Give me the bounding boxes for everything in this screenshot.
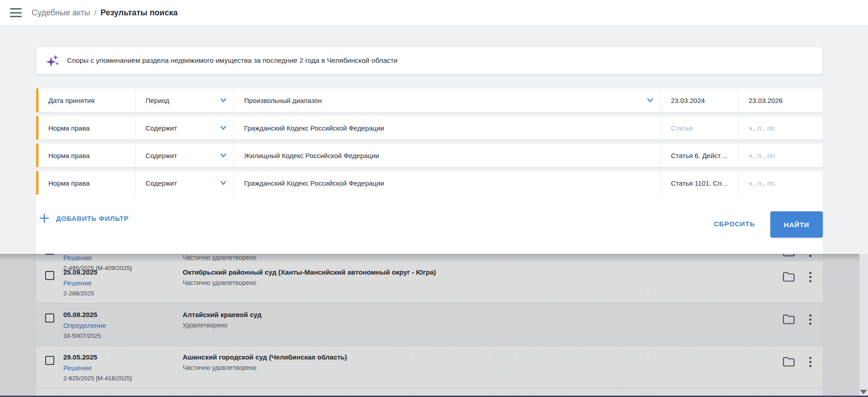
filter-value-input[interactable]: Гражданский Кодекс Российской Федерации [234, 171, 661, 195]
result-row[interactable]: 29.05.2025 Решение 2-625/2025 [М-418/202… [36, 346, 823, 388]
filter-value-input[interactable]: Гражданский Кодекс Российской Федерации [234, 116, 661, 140]
result-row[interactable]: Решение 2-495/2025 [М-409/2025] Частично… [36, 254, 823, 261]
act-type-link[interactable]: Решение [63, 279, 92, 287]
breadcrumb-section-link[interactable]: Судебные акты [32, 8, 90, 18]
breadcrumb-separator: / [94, 8, 96, 18]
result-checkbox[interactable] [45, 313, 54, 322]
search-results-section: Решение 2-495/2025 [М-409/2025] Частично… [0, 254, 868, 397]
reset-button[interactable]: СБРОСИТЬ [709, 213, 760, 235]
filter-row-norm: Норма права Содержит Гражданский Кодекс … [36, 171, 823, 195]
court-name: Алтайский краевой суд [183, 311, 262, 318]
case-number: 2-288/2025 [63, 290, 94, 297]
app-bar: Судебные акты / Результаты поиска [0, 0, 868, 25]
result-checkbox[interactable] [45, 271, 54, 280]
ai-query-text: Споры с упоминанием раздела недвижимого … [67, 56, 398, 65]
folder-icon[interactable] [782, 356, 795, 368]
court-name: Октябрьский районный суд (Ханты-Мансийск… [183, 268, 436, 276]
kebab-menu-icon[interactable] [806, 254, 815, 257]
filter-field-label: Норма права [38, 144, 136, 167]
filter-field-label: Норма права [38, 171, 136, 195]
court-name: Ашинский городской суд (Челябинская обла… [183, 353, 347, 361]
filter-field-label: Дата принятия [38, 89, 136, 112]
clause-input[interactable]: ч., п., пп. [739, 116, 823, 140]
article-input[interactable]: Статья 6. Дейст… [661, 144, 739, 167]
outcome-text: Частично удовлетворено [183, 254, 256, 261]
filter-value-select[interactable]: Произвольный диапазон [234, 89, 661, 112]
result-checkbox[interactable] [45, 356, 54, 365]
kebab-menu-icon[interactable] [806, 271, 815, 283]
search-button[interactable]: НАЙТИ [770, 211, 823, 238]
filter-actions-band: ДОБАВИТЬ ФИЛЬТР СБРОСИТЬ НАЙТИ [36, 195, 823, 254]
chevron-down-icon [220, 180, 226, 186]
chevron-down-icon [220, 125, 226, 131]
page-title: Результаты поиска [100, 8, 178, 18]
results-list: Решение 2-495/2025 [М-409/2025] Частично… [36, 254, 823, 397]
hamburger-menu-icon[interactable] [10, 8, 22, 17]
filter-field-label: Норма права [38, 116, 136, 140]
act-type-link[interactable]: Определение [63, 322, 106, 329]
add-filter-button[interactable]: ДОБАВИТЬ ФИЛЬТР [39, 213, 129, 224]
act-date: 25.09.2025 [63, 268, 97, 276]
filter-value-input[interactable]: Жилищный Кодекс Российской Федерации [234, 144, 661, 167]
result-row[interactable]: 05.08.2025 Определение 33-5007/2025 Алта… [36, 304, 823, 346]
result-row[interactable]: 25.09.2025 Решение 2-288/2025 Октябрьски… [36, 261, 823, 304]
outcome-text: Удовлетворено [183, 322, 227, 329]
article-input[interactable]: Статья [661, 116, 739, 140]
date-to-input[interactable]: 23.03.2026 [739, 89, 823, 112]
outcome-text: Частично удовлетворено [183, 364, 256, 371]
vertical-scrollbar[interactable] [859, 254, 868, 397]
case-number: 33-5007/2025 [63, 332, 101, 339]
act-date: 29.05.2025 [63, 353, 97, 361]
outcome-text: Частично удовлетворено [183, 279, 256, 286]
filter-operator-select[interactable]: Содержит [136, 144, 234, 167]
search-filter-panel: Споры с упоминанием раздела недвижимого … [0, 25, 868, 254]
ai-sparkles-icon [46, 54, 60, 67]
article-input[interactable]: Статья 1101. Сп… [661, 171, 739, 195]
folder-icon[interactable] [782, 254, 795, 257]
chevron-down-icon [647, 98, 653, 103]
scroll-down-arrow-icon[interactable] [860, 390, 867, 394]
plus-icon [39, 213, 50, 224]
clause-input[interactable]: ч., п., пп. [739, 171, 823, 195]
act-type-link[interactable]: Решение [63, 364, 92, 372]
chevron-down-icon [220, 153, 226, 158]
act-date: 05.08.2025 [63, 311, 97, 318]
ai-query-card[interactable]: Споры с упоминанием раздела недвижимого … [36, 47, 823, 74]
date-from-input[interactable]: 23.03.2024 [661, 89, 739, 112]
filter-operator-select[interactable]: Период [136, 89, 234, 112]
chevron-down-icon [220, 98, 226, 103]
folder-icon[interactable] [782, 271, 795, 283]
folder-icon[interactable] [782, 313, 795, 325]
case-number: 2-625/2025 [М-418/2025] [63, 375, 132, 382]
breadcrumb: Судебные акты / Результаты поиска [32, 8, 178, 18]
clause-input[interactable]: ч., п., пп. [739, 144, 823, 167]
filter-row-norm: Норма права Содержит Гражданский Кодекс … [36, 116, 823, 140]
kebab-menu-icon[interactable] [806, 313, 815, 325]
result-checkbox[interactable] [45, 254, 54, 255]
filter-operator-select[interactable]: Содержит [136, 171, 234, 195]
filter-row-norm: Норма права Содержит Жилищный Кодекс Рос… [36, 144, 823, 167]
act-type-link[interactable]: Решение [63, 254, 92, 262]
filter-operator-select[interactable]: Содержит [136, 116, 234, 140]
filter-row-date: Дата принятия Период Произвольный диапаз… [36, 89, 823, 112]
kebab-menu-icon[interactable] [806, 356, 815, 368]
